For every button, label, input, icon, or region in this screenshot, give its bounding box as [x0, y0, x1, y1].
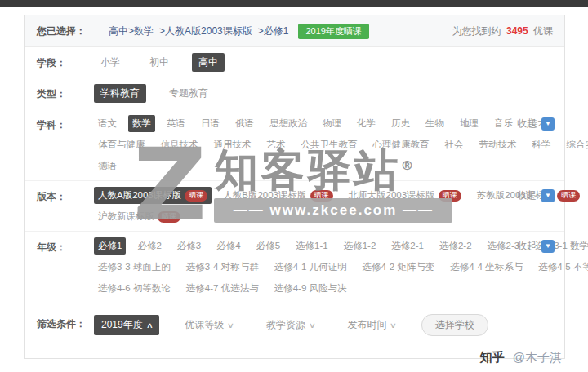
subject-option[interactable]: 物理	[318, 115, 345, 132]
subject-option[interactable]: 俄语	[231, 115, 258, 132]
grade-option[interactable]: 选修1-1	[292, 237, 332, 255]
subject-option[interactable]: 艺术	[263, 136, 290, 153]
subject-option[interactable]: 信息技术	[157, 136, 203, 153]
breadcrumb-version[interactable]: >人教A版2003课标版	[159, 24, 252, 38]
year-badge[interactable]: 2019年度晒课	[298, 24, 368, 39]
subject-option[interactable]: 通用技术	[210, 136, 256, 153]
grade-label: 年级：	[37, 237, 94, 301]
option-label: 英语	[167, 117, 185, 130]
grade-option[interactable]: 选修2-2	[435, 237, 476, 255]
option-label: 物理	[323, 117, 341, 130]
subject-option[interactable]: 语文	[94, 115, 121, 132]
option-label: 心理健康教育	[373, 139, 430, 151]
result-suffix: 优课	[533, 25, 553, 37]
version-options: 人教A版2003课标版晒课人教B版2003课标版晒课北师大版2003课标版晒课苏…	[94, 187, 553, 229]
grade-options: 必修1必修2必修3必修4必修5选修1-1选修1-2选修2-1选修2-2选修2-3…	[94, 237, 553, 301]
option-label: 高中	[198, 55, 218, 69]
subject-option[interactable]: 心理健康教育	[369, 136, 434, 153]
caret-down-icon: ∨	[227, 321, 234, 330]
subject-option[interactable]: 社会	[441, 136, 468, 153]
version-option-selected[interactable]: 人教A版2003课标版晒课	[94, 187, 212, 204]
filter-sections: 学段：小学初中高中类型：学科教育专题教育学科：语文数学英语日语俄语思想政治物理化…	[25, 47, 564, 348]
filters-label: 筛选条件：	[37, 314, 94, 340]
collapse-control[interactable]: 收起▼	[517, 188, 555, 202]
version-option[interactable]: 人教B版2003课标版晒课	[219, 187, 336, 204]
grade-option[interactable]: 选修4-1 几何证明	[270, 259, 351, 276]
grade-option[interactable]: 选修2-1	[387, 237, 428, 255]
chevron-down-icon[interactable]: ▼	[541, 117, 555, 131]
breadcrumb-stage-subject[interactable]: 高中>数学	[109, 24, 154, 38]
subject-options: 语文数学英语日语俄语思想政治物理化学历史生物地理音乐美术体育与健康信息技术通用技…	[94, 115, 553, 179]
option-label: 综合实践	[567, 139, 588, 151]
select-school-button[interactable]: 选择学校	[421, 314, 488, 336]
breadcrumb-grade[interactable]: >必修1	[258, 24, 289, 38]
subject-option[interactable]: 地理	[456, 115, 483, 132]
subject-option[interactable]: 综合实践	[563, 136, 588, 153]
subject-option[interactable]: 德语	[94, 157, 121, 175]
subject-option[interactable]: 英语	[163, 115, 189, 132]
subject-option-row: 德语	[94, 157, 553, 175]
filters-option-row: 2019年度∧优课等级∨教学资源∨发布时间∨选择学校	[94, 314, 553, 336]
subject-option[interactable]: 生物	[421, 115, 448, 132]
selected-filters-bar: 您已选择： 高中>数学 >人教A版2003课标版 >必修1 2019年度晒课 为…	[25, 16, 564, 47]
grade-option[interactable]: 选修4-4 坐标系与	[446, 259, 527, 276]
subject-option[interactable]: 化学	[353, 115, 380, 132]
filters-option[interactable]: 教学资源∨	[259, 315, 323, 335]
caret-down-icon: ∨	[309, 321, 316, 330]
option-label: 必修2	[137, 240, 161, 252]
subject-option[interactable]: 音乐	[490, 115, 517, 132]
collapse-control[interactable]: 收起▼	[517, 117, 555, 131]
option-label: 俄语	[235, 117, 254, 130]
subject-option[interactable]: 思想政治	[265, 115, 311, 132]
subject-option[interactable]: 日语	[197, 115, 224, 132]
stage-option[interactable]: 初中	[143, 53, 176, 72]
chevron-down-icon[interactable]: ▼	[541, 240, 555, 253]
grade-option[interactable]: 必修2	[133, 237, 165, 255]
chevron-down-icon[interactable]: ▼	[541, 189, 555, 202]
filters-option-selected[interactable]: 2019年度∧	[94, 315, 159, 335]
subject-option[interactable]: 体育与健康	[94, 136, 149, 153]
section-stage: 学段：小学初中高中	[25, 47, 564, 78]
filters-option[interactable]: 发布时间∨	[340, 315, 403, 335]
grade-option[interactable]: 选修1-2	[340, 237, 381, 255]
option-label: 小学	[100, 55, 120, 69]
option-label: 选修4-4 坐标系与	[450, 261, 523, 273]
grade-option[interactable]: 选修4-6 初等数论	[94, 280, 175, 297]
version-option[interactable]: 沪教新课标版晒课	[94, 208, 185, 225]
type-option-selected[interactable]: 学科教育	[94, 84, 146, 103]
selected-label: 您已选择：	[37, 24, 86, 38]
version-label: 版本：	[37, 187, 94, 229]
result-summary: 为您找到约 3495 优课	[452, 24, 553, 38]
grade-option[interactable]: 必修5	[252, 237, 284, 255]
stage-option[interactable]: 小学	[94, 53, 127, 72]
grade-option[interactable]: 选修3-3 球面上的	[94, 259, 175, 276]
subject-label: 学科：	[37, 115, 94, 179]
version-option-row: 人教A版2003课标版晒课人教B版2003课标版晒课北师大版2003课标版晒课苏…	[94, 187, 553, 204]
subject-option-selected[interactable]: 数学	[128, 115, 155, 132]
grade-option[interactable]: 选修3-4 对称与群	[182, 259, 263, 276]
option-label: 通用技术	[214, 139, 252, 151]
version-red-tag: 晒课	[158, 211, 180, 223]
grade-option[interactable]: 必修4	[212, 237, 244, 255]
option-label: 选择学校	[435, 319, 474, 330]
grade-option-selected[interactable]: 必修1	[94, 237, 126, 255]
collapse-control[interactable]: 收起▼	[517, 239, 555, 253]
grade-option[interactable]: 选修4-9 风险与决	[270, 280, 351, 297]
collapse-label: 收起	[517, 239, 537, 253]
option-label: 选修4-5 不等式选	[538, 261, 588, 273]
grade-option[interactable]: 必修3	[173, 237, 205, 255]
version-option[interactable]: 北师大版2003课标版晒课	[345, 187, 466, 204]
subject-option[interactable]: 公共卫生教育	[297, 136, 362, 153]
grade-option[interactable]: 选修4-5 不等式选	[534, 259, 588, 276]
stage-option-selected[interactable]: 高中	[192, 53, 225, 72]
version-red-tag: 晒课	[557, 190, 580, 202]
filters-option[interactable]: 优课等级∨	[177, 315, 241, 335]
subject-option[interactable]: 历史	[387, 115, 414, 132]
subject-option[interactable]: 劳动技术	[475, 136, 521, 153]
subject-option[interactable]: 科学	[528, 136, 555, 153]
type-option[interactable]: 专题教育	[163, 84, 215, 103]
grade-option[interactable]: 选修4-7 优选法与	[182, 280, 263, 297]
option-label: 化学	[357, 117, 376, 130]
grade-option[interactable]: 选修4-2 矩阵与变	[358, 259, 439, 276]
option-label: 劳动技术	[479, 139, 517, 151]
